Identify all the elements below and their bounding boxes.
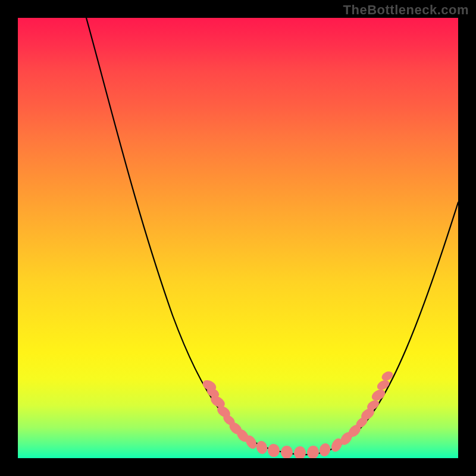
- curve-bead: [375, 378, 391, 392]
- watermark-text: TheBottleneck.com: [343, 2, 469, 18]
- curve-bead: [294, 446, 306, 458]
- bottleneck-curve: [86, 18, 458, 455]
- curve-bead: [370, 387, 387, 403]
- curve-bead: [281, 446, 293, 458]
- chart-plot-area: [18, 18, 458, 458]
- chart-frame: TheBottleneck.com: [0, 0, 476, 476]
- curve-beads-left: [201, 378, 259, 450]
- curve-beads-bottom: [255, 440, 331, 458]
- curve-bead: [267, 443, 280, 458]
- chart-svg: [18, 18, 458, 458]
- curve-bead: [318, 442, 331, 458]
- curve-bead: [306, 445, 320, 458]
- curve-beads-right: [329, 369, 394, 453]
- curve-bead: [255, 440, 268, 455]
